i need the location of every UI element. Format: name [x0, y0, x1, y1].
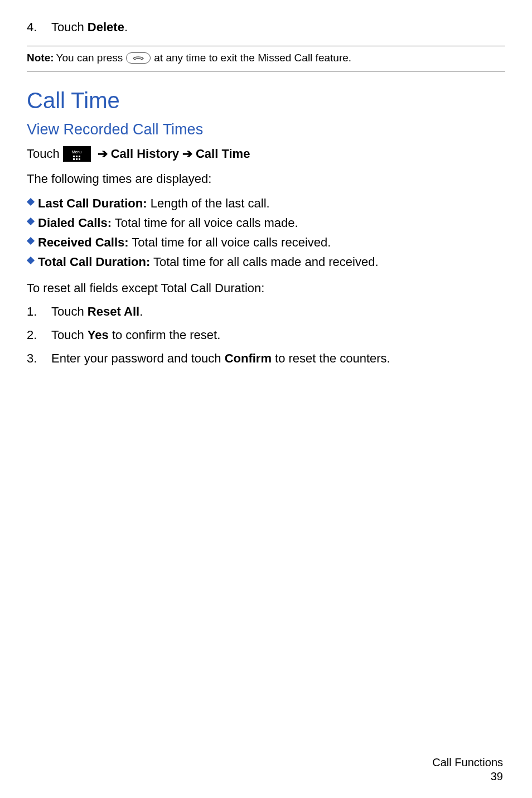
note-label: Note:: [27, 51, 54, 66]
touch-path: Touch Menu ➔ Call History ➔ Call Time: [27, 146, 505, 162]
step-text: Enter your password and touch Confirm to…: [51, 350, 505, 367]
bullet-bold: Dialed Calls:: [38, 216, 112, 230]
step-text: Touch Reset All.: [51, 303, 505, 320]
arrow-icon: ➔: [182, 147, 192, 161]
note-rule-bottom: [27, 71, 505, 71]
bullet-rest: Total time for all voice calls made.: [112, 216, 298, 230]
reset-step-2: 2. Touch Yes to confirm the reset.: [27, 327, 505, 344]
bullet-bold: Last Call Duration:: [38, 196, 147, 210]
diamond-icon: [27, 198, 35, 206]
text: to reset the counters.: [272, 351, 390, 365]
reset-step-1: 1. Touch Reset All.: [27, 303, 505, 320]
list-item: Dialed Calls: Total time for all voice c…: [27, 214, 505, 232]
step-4-prefix: Touch: [51, 20, 88, 34]
text: Enter your password and touch: [51, 351, 225, 365]
page-footer: Call Functions 39: [432, 756, 503, 784]
note-after: at any time to exit the Missed Call feat…: [154, 51, 351, 66]
reset-steps: 1. Touch Reset All. 2. Touch Yes to conf…: [27, 303, 505, 366]
bullet-text: Dialed Calls: Total time for all voice c…: [38, 214, 505, 232]
arrow-icon: ➔: [98, 147, 108, 161]
heading-view-recorded: View Recorded Call Times: [27, 121, 505, 138]
reset-step-3: 3. Enter your password and touch Confirm…: [27, 350, 505, 367]
step-number: 2.: [27, 327, 51, 344]
bullet-bold: Received Calls:: [38, 235, 129, 249]
bullet-rest: Length of the last call.: [147, 196, 270, 210]
note-rule-top: [27, 46, 505, 46]
bullet-text: Last Call Duration: Length of the last c…: [38, 194, 505, 212]
note-line: Note: You can press at any time to exit …: [27, 51, 505, 66]
step-4: 4. Touch Delete.: [27, 19, 505, 36]
step-text: Touch Yes to confirm the reset.: [51, 327, 505, 344]
diamond-icon: [27, 257, 35, 264]
page: 4. Touch Delete. Note: You can press at …: [0, 0, 532, 798]
diamond-icon: [27, 237, 35, 245]
bullet-bold: Total Call Duration:: [38, 255, 150, 269]
bullet-rest: Total time for all voice calls received.: [129, 235, 331, 249]
path-call-history: Call History: [111, 147, 179, 161]
list-item: Total Call Duration: Total time for all …: [27, 253, 505, 271]
note-before: You can press: [56, 51, 123, 66]
bullet-list: Last Call Duration: Length of the last c…: [27, 194, 505, 271]
touch-prefix: Touch: [27, 147, 60, 161]
text: Touch: [51, 304, 88, 318]
step-4-text: Touch Delete.: [51, 19, 505, 36]
text: Touch: [51, 328, 88, 342]
step-4-number: 4.: [27, 19, 51, 36]
text: to confirm the reset.: [109, 328, 221, 342]
end-call-key-icon: [126, 52, 151, 64]
text-bold: Yes: [88, 328, 109, 342]
bullet-text: Received Calls: Total time for all voice…: [38, 233, 505, 252]
step-number: 3.: [27, 350, 51, 367]
menu-icon: Menu: [63, 146, 91, 162]
menu-icon-label: Menu: [72, 150, 82, 154]
diamond-icon: [27, 217, 35, 225]
list-item: Received Calls: Total time for all voice…: [27, 233, 505, 252]
following-text: The following times are displayed:: [27, 172, 505, 186]
text: .: [139, 304, 143, 318]
text-bold: Reset All: [88, 304, 139, 318]
bullet-text: Total Call Duration: Total time for all …: [38, 253, 505, 271]
footer-section: Call Functions: [432, 756, 503, 770]
list-item: Last Call Duration: Length of the last c…: [27, 194, 505, 212]
bullet-rest: Total time for all calls made and receiv…: [150, 255, 378, 269]
footer-page-number: 39: [432, 770, 503, 784]
step-4-bold: Delete: [88, 20, 124, 34]
path-call-time: Call Time: [196, 147, 250, 161]
step-4-suffix: .: [124, 20, 128, 34]
menu-icon-dots: [73, 156, 80, 160]
text-bold: Confirm: [225, 351, 272, 365]
step-number: 1.: [27, 303, 51, 320]
heading-call-time: Call Time: [27, 88, 505, 113]
reset-intro: To reset all fields except Total Call Du…: [27, 281, 505, 296]
